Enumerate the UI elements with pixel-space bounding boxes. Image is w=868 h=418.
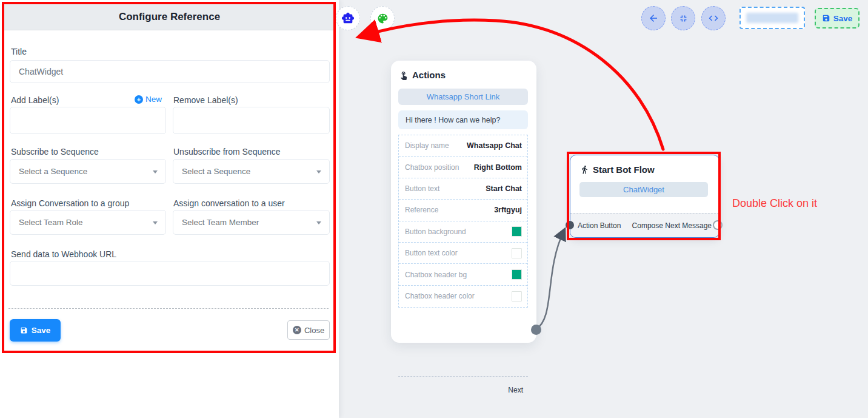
table-row[interactable]: Chatbox position Right Bottom — [399, 157, 527, 178]
assign-user-label: Assign conversation to a user — [173, 198, 285, 208]
compose-next-output-port[interactable] — [713, 220, 723, 230]
color-swatch[interactable] — [512, 291, 522, 302]
panel-close-button[interactable]: ✕ Close — [287, 320, 330, 340]
table-row[interactable]: Button text color — [399, 243, 527, 264]
assign-user-select[interactable]: Select Team Member — [173, 210, 330, 235]
compose-next-message-port-label: Compose Next Message — [632, 221, 712, 230]
start-bot-flow-node[interactable]: Start Bot Flow ChatWidget Action Button … — [570, 155, 719, 238]
table-row[interactable]: Button background — [399, 221, 527, 243]
title-input[interactable] — [10, 60, 330, 83]
greeting-message: Hi there ! How can we help? — [398, 110, 528, 129]
remove-labels-input[interactable] — [173, 107, 330, 134]
color-swatch[interactable] — [512, 226, 522, 237]
actions-card-header: Actions — [399, 70, 446, 80]
annotation-text: Double Click on it — [732, 197, 817, 210]
panel-save-button[interactable]: Save — [10, 319, 61, 342]
row-label: Reference — [405, 206, 438, 214]
back-button[interactable] — [641, 6, 666, 30]
table-row[interactable]: Chatbox header bg — [399, 264, 527, 285]
row-value: Whatsapp Chat — [467, 141, 522, 150]
add-labels-label: Add Label(s) — [11, 95, 59, 105]
actions-card-title: Actions — [412, 70, 446, 80]
walking-person-icon — [580, 165, 589, 174]
add-labels-input[interactable] — [10, 107, 166, 134]
actions-node-card[interactable]: Actions Whatsapp Short Link Hi there ! H… — [391, 61, 536, 343]
unsubscribe-sequence-label: Unsubscribe from Sequence — [173, 147, 281, 157]
assign-group-select[interactable]: Select Team Role — [10, 210, 166, 235]
panel-save-label: Save — [32, 326, 51, 335]
title-label: Title — [11, 47, 27, 56]
chatwidget-button[interactable]: ChatWidget — [579, 182, 708, 197]
row-label: Chatbox position — [405, 163, 459, 172]
panel-title: Configure Reference — [119, 11, 220, 23]
toolbar-save-label: Save — [833, 14, 853, 23]
node-title: Start Bot Flow — [593, 164, 655, 175]
action-button-port-label: Action Button — [578, 221, 621, 230]
color-swatch[interactable] — [512, 269, 522, 280]
fit-view-button[interactable] — [671, 6, 695, 30]
row-label: Chatbox header color — [405, 292, 475, 300]
subscribe-sequence-select[interactable]: Select a Sequence — [10, 159, 166, 184]
chevron-down-icon — [316, 221, 321, 224]
row-label: Display name — [405, 141, 449, 150]
assign-group-value: Select Team Role — [19, 218, 83, 227]
touch-app-icon — [399, 70, 409, 80]
next-output-port[interactable] — [531, 325, 541, 335]
row-value: Start Chat — [486, 184, 522, 193]
bot-button[interactable] — [336, 6, 360, 30]
configure-reference-panel: Configure Reference Title Add Label(s) +… — [0, 0, 339, 418]
whatsapp-short-link-button[interactable]: Whatsapp Short Link — [398, 89, 528, 105]
subscribe-sequence-value: Select a Sequence — [19, 167, 87, 176]
redacted-text — [746, 13, 798, 23]
table-row[interactable]: Chatbox header color — [399, 286, 527, 307]
actions-properties-table: Display name Whatsapp Chat Chatbox posit… — [398, 135, 528, 308]
subscribe-sequence-label: Subscribe to Sequence — [11, 147, 99, 157]
action-button-input-port[interactable] — [566, 221, 574, 229]
card-footer-divider — [398, 376, 528, 377]
next-label: Next — [508, 386, 523, 394]
panel-divider — [8, 308, 329, 309]
plus-circle-icon: + — [135, 95, 143, 104]
code-icon — [708, 13, 719, 24]
panel-close-label: Close — [304, 326, 324, 335]
chevron-down-icon — [316, 170, 321, 174]
arrow-left-icon — [648, 13, 659, 24]
flow-name-input[interactable] — [739, 7, 805, 29]
node-header: Start Bot Flow — [580, 164, 655, 175]
close-circle-icon: ✕ — [293, 326, 301, 334]
remove-labels-label: Remove Label(s) — [173, 95, 238, 105]
row-label: Button text — [405, 184, 439, 193]
row-value: 3rftgyuj — [494, 206, 522, 214]
theme-button[interactable] — [370, 6, 395, 30]
webhook-input[interactable] — [10, 261, 330, 286]
row-label: Chatbox header bg — [405, 271, 467, 279]
table-row[interactable]: Display name Whatsapp Chat — [399, 135, 527, 157]
row-label: Button text color — [405, 249, 458, 257]
node-footer: Action Button Compose Next Message — [570, 213, 719, 237]
unsubscribe-sequence-select[interactable]: Select a Sequence — [173, 159, 330, 184]
unsubscribe-sequence-value: Select a Sequence — [182, 167, 250, 176]
palette-icon — [376, 12, 389, 25]
new-label-link[interactable]: + New — [135, 95, 162, 104]
row-value: Right Bottom — [474, 163, 522, 172]
robot-icon — [341, 12, 355, 25]
row-label: Button background — [405, 228, 466, 236]
color-swatch[interactable] — [512, 248, 522, 258]
assign-user-value: Select Team Member — [182, 218, 259, 227]
table-row[interactable]: Button text Start Chat — [399, 178, 527, 200]
code-button[interactable] — [701, 6, 726, 30]
webhook-label: Send data to Webhook URL — [11, 249, 116, 259]
assign-group-label: Assign Conversation to a group — [11, 198, 129, 208]
chevron-down-icon — [153, 170, 158, 174]
panel-header: Configure Reference — [4, 4, 335, 30]
floppy-save-icon — [20, 326, 28, 334]
compress-icon — [678, 13, 689, 24]
table-row[interactable]: Reference 3rftgyuj — [399, 200, 527, 221]
floppy-save-icon — [822, 14, 830, 22]
new-link-text: New — [145, 95, 162, 104]
toolbar-save-button[interactable]: Save — [815, 8, 860, 29]
connector-path — [536, 231, 564, 329]
chevron-down-icon — [153, 221, 158, 224]
